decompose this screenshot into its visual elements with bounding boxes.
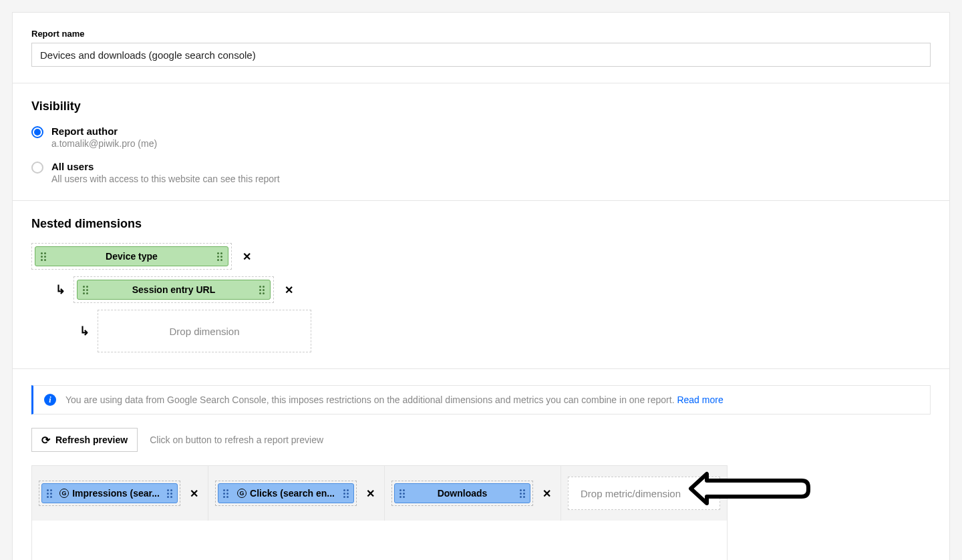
refresh-icon: ⟳ [41, 434, 50, 447]
refresh-button-label: Refresh preview [55, 435, 128, 445]
remove-dimension-button[interactable]: ✕ [282, 284, 296, 296]
dimension-chip-wrap: Device type [31, 243, 232, 270]
info-icon: i [44, 394, 56, 406]
drag-handle-icon[interactable] [166, 489, 174, 498]
remove-metric-button[interactable]: ✕ [540, 487, 554, 500]
nesting-arrow-icon: ↳ [55, 282, 65, 297]
metric-column: G Impressions (sear... ✕ [32, 466, 208, 521]
report-name-label: Report name [31, 29, 931, 39]
drop-metric-zone[interactable]: Drop metric/dimension [568, 477, 720, 510]
dimension-chip-device-type[interactable]: Device type [35, 246, 228, 266]
visibility-option-author[interactable]: Report author a.tomalik@piwik.pro (me) [31, 125, 931, 149]
gsc-icon: G [237, 489, 247, 498]
visibility-option-title: All users [51, 161, 280, 172]
drag-handle-icon[interactable] [258, 286, 266, 294]
report-name-input[interactable] [31, 43, 931, 67]
visibility-option-sub: All users with access to this website ca… [51, 174, 280, 184]
metric-chip-downloads[interactable]: Downloads [394, 483, 530, 503]
visibility-heading: Visibility [31, 99, 931, 113]
metric-label: Impressions (sear... [72, 488, 160, 499]
nesting-arrow-icon: ↳ [79, 324, 90, 338]
metric-chip-clicks[interactable]: G Clicks (search en... [218, 483, 354, 503]
drag-handle-icon[interactable] [82, 286, 90, 294]
gsc-icon: G [59, 489, 69, 498]
dimension-chip-wrap: Session entry URL [73, 276, 274, 303]
remove-dimension-button[interactable]: ✕ [240, 250, 254, 263]
remove-metric-button[interactable]: ✕ [187, 487, 201, 500]
radio-icon [31, 162, 43, 174]
drag-handle-icon[interactable] [45, 489, 53, 498]
dimension-chip-session-entry-url[interactable]: Session entry URL [77, 280, 271, 300]
radio-icon [31, 126, 43, 138]
drag-handle-icon[interactable] [39, 252, 47, 261]
drag-handle-icon[interactable] [342, 489, 350, 498]
metric-chip-impressions[interactable]: G Impressions (sear... [41, 483, 178, 503]
preview-body [31, 521, 728, 560]
drag-handle-icon[interactable] [216, 252, 224, 261]
dimension-label: Session entry URL [90, 284, 258, 295]
info-text: You are using data from Google Search Co… [65, 394, 675, 405]
visibility-option-title: Report author [51, 125, 157, 137]
refresh-hint: Click on button to refresh a report prev… [150, 435, 323, 445]
metric-label: Downloads [438, 488, 488, 499]
remove-metric-button[interactable]: ✕ [363, 487, 377, 500]
nested-dimensions-heading: Nested dimensions [31, 217, 931, 231]
refresh-preview-button[interactable]: ⟳ Refresh preview [31, 428, 138, 452]
drag-handle-icon[interactable] [398, 489, 406, 498]
read-more-link[interactable]: Read more [677, 394, 723, 405]
visibility-option-sub: a.tomalik@piwik.pro (me) [51, 138, 157, 149]
metric-drop-column: Drop metric/dimension [561, 466, 727, 521]
drag-handle-icon[interactable] [518, 489, 526, 498]
metric-column: Downloads ✕ [385, 466, 561, 521]
metrics-header: G Impressions (sear... ✕ [31, 465, 728, 521]
dimension-label: Device type [47, 251, 216, 262]
info-banner: i You are using data from Google Search … [31, 385, 931, 414]
metric-column: G Clicks (search en... ✕ [208, 466, 385, 521]
metric-label: Clicks (search en... [250, 488, 335, 499]
drop-dimension-zone[interactable]: Drop dimension [98, 310, 311, 352]
visibility-option-allusers[interactable]: All users All users with access to this … [31, 161, 931, 184]
drag-handle-icon[interactable] [222, 489, 230, 498]
